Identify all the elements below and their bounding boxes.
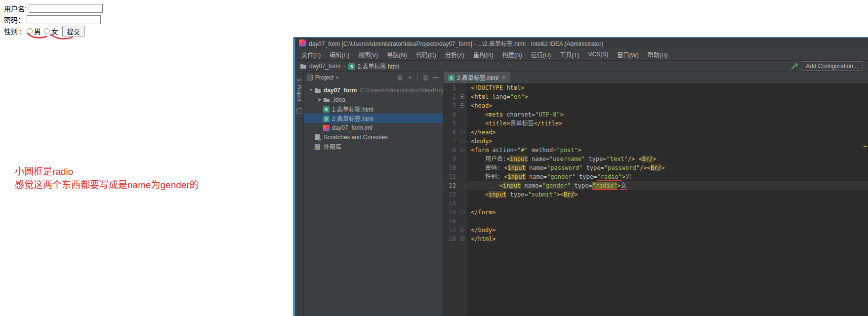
male-radio[interactable]: [27, 28, 33, 34]
line-number[interactable]: 17: [443, 226, 458, 235]
project-tree-item[interactable]: ▼day07_formC:\Users\Administrator\IdeaPr…: [304, 85, 443, 95]
menu-item-4[interactable]: 代码(C): [412, 49, 441, 60]
line-number[interactable]: 7: [443, 137, 458, 146]
project-panel-title[interactable]: Project: [315, 74, 333, 81]
menu-item-5[interactable]: 分析(Z): [441, 49, 469, 60]
line-number[interactable]: 13: [443, 190, 458, 199]
username-input[interactable]: [29, 4, 103, 13]
menu-item-10[interactable]: VCS(S): [584, 50, 613, 59]
menu-item-11[interactable]: 窗口(W): [613, 49, 643, 60]
hide-panel-icon[interactable]: —: [432, 74, 440, 81]
code-line-3[interactable]: 3<head>: [443, 101, 868, 110]
menu-item-1[interactable]: 编辑(E): [325, 49, 354, 60]
female-radio[interactable]: [44, 28, 50, 34]
project-tree-item[interactable]: 51.表单标签.html: [304, 104, 443, 114]
line-number[interactable]: 14: [443, 199, 458, 208]
wrench-icon[interactable]: [790, 62, 798, 70]
code-line-10[interactable]: 10 密码: <input name="password" type="pass…: [443, 163, 868, 172]
code-token: "gender": [547, 173, 576, 180]
line-number[interactable]: 6: [443, 128, 458, 137]
title-bar[interactable]: day07_form [C:\Users\Administrator\IdeaP…: [295, 38, 868, 48]
project-tree-item[interactable]: Scratches and Consoles: [304, 132, 443, 142]
fold-gutter[interactable]: [458, 128, 467, 137]
menu-item-12[interactable]: 帮助(H): [643, 49, 672, 60]
gear-icon[interactable]: [421, 74, 429, 81]
line-number[interactable]: 10: [443, 163, 458, 172]
fold-gutter[interactable]: [458, 226, 467, 235]
breadcrumb-project[interactable]: day07_form: [309, 63, 340, 70]
fold-marker-icon[interactable]: [460, 228, 464, 232]
collapse-all-icon[interactable]: ÷: [406, 74, 414, 81]
menu-item-2[interactable]: 视图(V): [354, 49, 382, 60]
code-line-2[interactable]: 2<html lang="en">: [443, 92, 868, 101]
fold-gutter[interactable]: [458, 101, 467, 110]
line-number[interactable]: 8: [443, 146, 458, 155]
line-number[interactable]: 1: [443, 83, 458, 92]
code-token: name=: [524, 182, 542, 189]
fold-marker-icon[interactable]: [460, 237, 464, 241]
fold-marker-icon[interactable]: [460, 103, 464, 108]
project-tree-item[interactable]: ▶.idea: [304, 95, 443, 104]
line-number[interactable]: 9: [443, 155, 458, 163]
fold-marker-icon[interactable]: [460, 94, 464, 99]
line-number[interactable]: 5: [443, 119, 458, 128]
add-configuration-button[interactable]: Add Configuration...: [801, 61, 863, 71]
tab-2-form-html[interactable]: 5 2.表单标签.html ×: [444, 72, 510, 83]
tree-item-label: day07_form: [324, 87, 357, 94]
code-line-13[interactable]: 13 <input type="submit"><Br/>: [443, 190, 868, 199]
code-line-11[interactable]: 11 性别: <input name="gender" type="radio"…: [443, 172, 868, 181]
line-number[interactable]: 3: [443, 101, 458, 110]
tool-window-icon[interactable]: [296, 108, 302, 114]
code-line-1[interactable]: 1<!DOCTYPE html>: [443, 83, 868, 92]
expand-arrow-icon[interactable]: ▼: [308, 88, 314, 92]
line-number[interactable]: 18: [443, 235, 458, 243]
code-line-5[interactable]: 5 <title>表单标签</title>: [443, 119, 868, 128]
fold-marker-icon[interactable]: [460, 210, 464, 214]
code-line-15[interactable]: 15</form>: [443, 208, 868, 217]
project-tree-item[interactable]: 外部库: [304, 142, 443, 151]
menu-item-0[interactable]: 文件(F): [297, 49, 325, 60]
fold-gutter[interactable]: [458, 146, 467, 155]
code-line-12[interactable]: 12 <input name="gender" type="radio">女: [443, 181, 868, 190]
fold-marker-icon[interactable]: [460, 139, 464, 143]
line-number[interactable]: 2: [443, 92, 458, 101]
code-line-8[interactable]: 8<form action="#" method="post">: [443, 146, 868, 155]
chevron-down-icon[interactable]: ▾: [336, 75, 338, 80]
project-tree-item[interactable]: day07_form.iml: [304, 123, 443, 132]
code-line-7[interactable]: 7<body>: [443, 137, 868, 146]
code-line-4[interactable]: 4 <meta charset="UTF-8">: [443, 110, 868, 119]
menu-item-9[interactable]: 工具(T): [555, 49, 583, 60]
code-token: lang=: [492, 93, 510, 100]
code-editor[interactable]: 1<!DOCTYPE html>2<html lang="en">3<head>…: [443, 83, 868, 316]
code-line-16[interactable]: 16: [443, 217, 868, 226]
fold-marker-icon[interactable]: [460, 130, 464, 134]
fold-gutter[interactable]: [458, 208, 467, 217]
line-number[interactable]: 16: [443, 217, 458, 226]
code-line-18[interactable]: 18</html>: [443, 235, 868, 243]
menu-item-7[interactable]: 构建(B): [498, 49, 527, 60]
line-number[interactable]: 4: [443, 110, 458, 119]
fold-gutter[interactable]: [458, 92, 467, 101]
fold-marker-icon[interactable]: [460, 148, 464, 152]
password-input[interactable]: [27, 15, 101, 24]
line-number[interactable]: 12: [443, 181, 458, 190]
collapse-arrow-icon[interactable]: ▶: [317, 97, 323, 102]
code-line-17[interactable]: 17</body>: [443, 226, 868, 235]
close-tab-icon[interactable]: ×: [502, 74, 506, 81]
code-line-14[interactable]: 14: [443, 199, 868, 208]
code-line-9[interactable]: 9 用户名:<input name="username" type="text"…: [443, 155, 868, 163]
code-line-6[interactable]: 6</head>: [443, 128, 868, 137]
project-tree-item[interactable]: 52.表单标签.html: [304, 114, 443, 123]
locate-file-icon[interactable]: [396, 74, 404, 81]
code-token: [582, 164, 586, 171]
menu-item-3[interactable]: 导航(N): [382, 49, 412, 60]
fold-gutter[interactable]: [458, 235, 467, 243]
project-tool-window-button[interactable]: 1: Project: [296, 79, 302, 101]
menu-item-8[interactable]: 运行(U): [527, 49, 556, 60]
line-number[interactable]: 11: [443, 172, 458, 181]
line-number[interactable]: 15: [443, 208, 458, 217]
breadcrumb-file[interactable]: 2.表单标签.html: [357, 62, 399, 70]
fold-gutter[interactable]: [458, 137, 467, 146]
menu-item-6[interactable]: 重构(R): [469, 49, 498, 60]
submit-button[interactable]: 提交: [62, 26, 85, 37]
